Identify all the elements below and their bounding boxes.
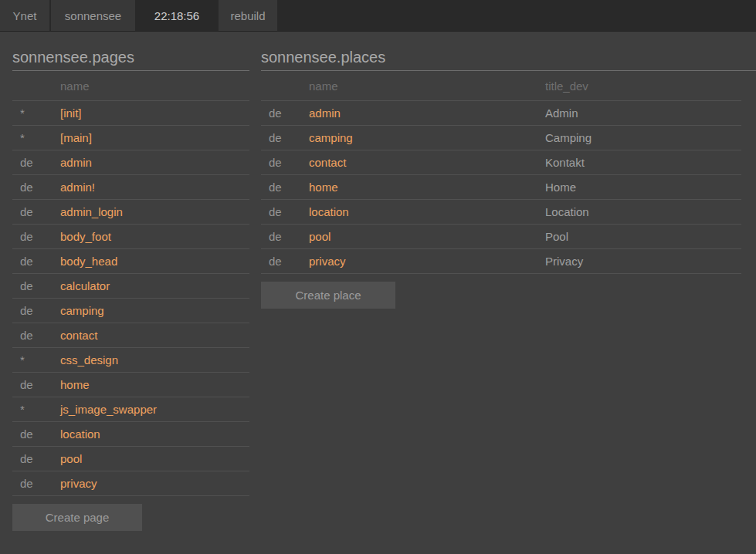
page-name-link[interactable]: contact	[60, 329, 97, 342]
row-name-cell: body_head	[60, 255, 249, 268]
row-title-dev: Location	[545, 205, 741, 218]
rebuild-button[interactable]: rebuild	[219, 0, 277, 31]
place-name-link[interactable]: pool	[309, 230, 331, 243]
table-row: de pool	[12, 447, 249, 471]
place-name-link[interactable]: home	[309, 181, 338, 194]
page-name-link[interactable]: location	[60, 427, 100, 441]
page-name-link[interactable]: admin	[60, 156, 92, 169]
places-table-header: name title_dev	[261, 71, 741, 101]
row-lang-label: de	[261, 106, 309, 120]
create-place-button[interactable]: Create place	[261, 282, 395, 309]
row-lang-label: de	[12, 156, 60, 169]
table-row: de location Location	[261, 200, 741, 225]
pages-table-header: name	[12, 71, 249, 101]
row-name-cell: pool	[60, 452, 249, 465]
place-name-link[interactable]: contact	[309, 156, 346, 169]
row-lang-label: de	[12, 230, 60, 243]
tab-sonnensee[interactable]: sonnensee	[51, 0, 135, 31]
clock-display: 22:18:56	[137, 0, 217, 31]
page-name-link[interactable]: js_image_swapper	[60, 403, 157, 416]
table-row: de admin_login	[12, 200, 249, 225]
page-name-link[interactable]: privacy	[60, 477, 97, 490]
row-lang-label: de	[261, 156, 309, 169]
row-title-dev: Privacy	[545, 255, 741, 268]
page-name-link[interactable]: admin_login	[60, 205, 123, 218]
place-name-link[interactable]: camping	[309, 131, 353, 144]
tab-ynet[interactable]: Ynet	[0, 0, 49, 31]
row-lang-label: *	[12, 106, 60, 120]
page-name-link[interactable]: body_head	[60, 255, 117, 268]
row-name-cell: calculator	[60, 279, 249, 292]
page-name-link[interactable]: body_foot	[60, 230, 111, 243]
row-name-cell: location	[60, 427, 249, 441]
places-panel-title: sonnensee.places	[261, 49, 756, 71]
row-name-cell: js_image_swapper	[60, 403, 249, 416]
place-name-link[interactable]: location	[309, 205, 349, 218]
table-row: de contact Kontakt	[261, 150, 741, 175]
row-name-cell: admin	[309, 106, 545, 120]
row-name-cell: home	[60, 378, 249, 391]
pages-panel: sonnensee.pages name * [init] *	[12, 32, 249, 531]
main-content: sonnensee.pages name * [init] *	[0, 32, 756, 531]
row-lang-label: de	[261, 255, 309, 268]
create-page-button[interactable]: Create page	[12, 504, 142, 531]
row-lang-label: de	[12, 181, 60, 194]
places-table: name title_dev de admin Admin de	[261, 71, 741, 274]
row-name-cell: css_design	[60, 353, 249, 367]
row-lang-label: *	[12, 403, 60, 416]
row-name-cell: [init]	[60, 106, 249, 120]
page-name-link[interactable]: [init]	[60, 106, 82, 120]
row-lang-label: de	[12, 427, 60, 441]
row-name-cell: admin_login	[60, 205, 249, 218]
row-lang-label: de	[12, 477, 60, 490]
pages-panel-title: sonnensee.pages	[12, 49, 249, 71]
page-name-link[interactable]: pool	[60, 452, 82, 465]
row-lang-label: de	[12, 205, 60, 218]
table-row: * js_image_swapper	[12, 397, 249, 422]
row-name-cell: privacy	[60, 477, 249, 490]
place-name-link[interactable]: privacy	[309, 255, 346, 268]
page-name-link[interactable]: admin!	[60, 181, 95, 194]
row-name-cell: body_foot	[60, 230, 249, 243]
table-row: de admin!	[12, 175, 249, 200]
table-row: de privacy Privacy	[261, 249, 741, 274]
page-name-link[interactable]: [main]	[60, 131, 92, 144]
table-row: de body_head	[12, 249, 249, 274]
table-row: de camping Camping	[261, 126, 741, 150]
page-name-link[interactable]: home	[60, 378, 90, 391]
table-row: * [main]	[12, 126, 249, 150]
row-name-cell: camping	[309, 131, 545, 144]
table-row: * css_design	[12, 348, 249, 373]
place-name-link[interactable]: admin	[309, 106, 341, 120]
row-lang-label: de	[261, 181, 309, 194]
table-row: de camping	[12, 299, 249, 323]
row-name-cell: contact	[60, 329, 249, 342]
table-row: de admin	[12, 150, 249, 175]
row-lang-label: de	[12, 378, 60, 391]
row-title-dev: Camping	[545, 131, 741, 144]
row-name-cell: contact	[309, 156, 545, 169]
row-lang-label: de	[261, 205, 309, 218]
row-title-dev: Admin	[545, 106, 741, 120]
row-name-cell: admin	[60, 156, 249, 169]
table-row: de pool Pool	[261, 225, 741, 249]
table-row: * [init]	[12, 101, 249, 126]
row-lang-label: de	[261, 131, 309, 144]
page-name-link[interactable]: camping	[60, 304, 104, 317]
row-title-dev: Pool	[545, 230, 741, 243]
row-title-dev: Home	[545, 181, 741, 194]
pages-table: name * [init] * [main]	[12, 71, 249, 496]
row-name-cell: [main]	[60, 131, 249, 144]
row-lang-label: *	[12, 353, 60, 367]
row-name-cell: pool	[309, 230, 545, 243]
row-lang-label: de	[12, 329, 60, 342]
row-lang-label: de	[12, 279, 60, 292]
page-name-link[interactable]: calculator	[60, 279, 110, 292]
table-row: de privacy	[12, 471, 249, 496]
table-row: de home	[12, 373, 249, 397]
page-name-link[interactable]: css_design	[60, 353, 118, 367]
row-name-cell: location	[309, 205, 545, 218]
row-lang-label: de	[12, 255, 60, 268]
table-row: de contact	[12, 323, 249, 348]
row-lang-label: *	[12, 131, 60, 144]
